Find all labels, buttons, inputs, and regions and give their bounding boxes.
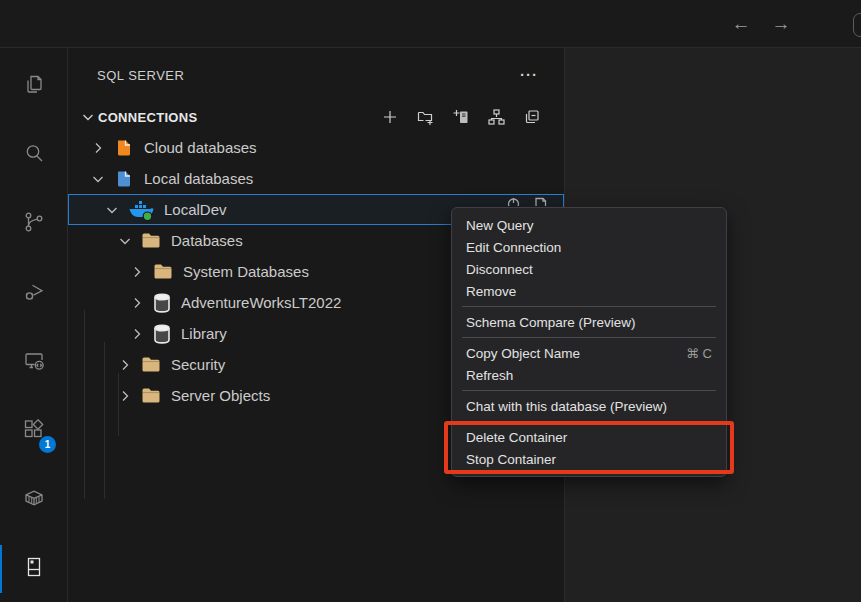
menu-item-delete-container[interactable]: Delete Container [452,426,726,448]
tree-item-label: Library [181,325,227,342]
collapse-all-icon[interactable] [524,109,540,125]
menu-item-label: Remove [466,284,516,299]
disconnect-action-icon [506,196,521,206]
connect-hierarchy-icon[interactable] [488,109,505,125]
menu-item-disconnect[interactable]: Disconnect [452,258,726,280]
menu-item-label: Copy Object Name [466,346,580,361]
running-status-dot [143,212,152,221]
tree-item-label: System Databases [183,263,309,280]
active-indicator [0,545,2,593]
search-icon [22,141,46,169]
chevron-down-icon[interactable] [80,109,96,125]
activity-explorer[interactable] [0,62,68,110]
tree-item-label: Cloud databases [144,139,257,156]
titlebar: ← → [0,0,861,48]
menu-group-schema: Schema Compare (Preview) [452,311,726,333]
sidebar-title-row: SQL SERVER ··· [68,62,564,88]
folder-icon [141,232,161,249]
activity-extensions[interactable]: 1 [0,407,68,455]
connection-group-blue-icon [114,169,134,189]
chevron-right-icon[interactable] [129,326,145,342]
docker-whale-icon [128,199,154,221]
menu-item-label: Delete Container [466,430,567,445]
chevron-right-icon[interactable] [90,140,106,156]
back-arrow-icon[interactable]: ← [731,13,751,35]
menu-item-shortcut: ⌘ C [686,346,712,361]
menu-item-edit-connection[interactable]: Edit Connection [452,236,726,258]
folder-icon [141,387,161,404]
connections-label: CONNECTIONS [98,110,382,125]
tree-item-label: Local databases [144,170,253,187]
menu-item-refresh[interactable]: Refresh [452,364,726,386]
menu-item-label: New Query [466,218,534,233]
chevron-right-icon[interactable] [117,388,133,404]
connection-group-orange-icon [114,138,134,158]
menu-separator [462,306,716,307]
folder-icon [153,263,173,280]
sidebar-title: SQL SERVER [97,68,184,83]
menu-group-container-actions: Delete Container Stop Container [452,426,726,470]
activity-source-control[interactable] [0,200,68,248]
tree-item-local-databases[interactable]: Local databases [68,163,564,194]
chevron-down-icon[interactable] [90,171,106,187]
activity-containers[interactable] [0,476,68,524]
menu-group-clipboard: Copy Object Name ⌘ C Refresh [452,342,726,386]
connections-section-header[interactable]: CONNECTIONS [68,104,564,130]
tree-item-label: Server Objects [171,387,270,404]
menu-item-label: Refresh [466,368,513,383]
menu-group-connection: New Query Edit Connection Disconnect Rem… [452,214,726,302]
activity-sql-server[interactable] [0,545,68,593]
menu-item-label: Stop Container [466,452,556,467]
activity-remote-explorer[interactable] [0,338,68,386]
tree-item-inline-actions[interactable] [506,196,548,206]
new-connection-group-icon[interactable] [417,109,434,125]
menu-group-chat: Chat with this database (Preview) [452,395,726,417]
menu-item-schema-compare[interactable]: Schema Compare (Preview) [452,311,726,333]
deploy-server-icon[interactable] [453,109,469,125]
files-icon [22,72,46,100]
more-actions-icon[interactable]: ··· [520,70,538,80]
tree-item-label: LocalDev [164,201,227,218]
menu-item-label: Chat with this database (Preview) [466,399,667,414]
menu-item-label: Edit Connection [466,240,561,255]
menu-item-label: Schema Compare (Preview) [466,315,636,330]
search-box-partial[interactable] [853,13,861,37]
app-window: ← → [0,0,861,602]
menu-separator [462,337,716,338]
container-icon [22,486,46,514]
chevron-down-icon[interactable] [104,202,120,218]
debug-icon [22,279,46,307]
chevron-right-icon[interactable] [129,295,145,311]
menu-item-label: Disconnect [466,262,533,277]
menu-separator [462,390,716,391]
menu-item-stop-container[interactable]: Stop Container [452,448,726,470]
tree-item-label: AdventureWorksLT2022 [181,294,341,311]
activity-bar: 1 [0,48,68,602]
menu-item-chat-database[interactable]: Chat with this database (Preview) [452,395,726,417]
tree-item-cloud-databases[interactable]: Cloud databases [68,132,564,163]
chevron-down-icon[interactable] [117,233,133,249]
remote-explorer-icon [22,348,46,376]
tree-item-label: Databases [171,232,243,249]
connections-toolbar [382,109,564,125]
sql-server-icon [22,555,46,583]
database-icon [153,324,171,344]
database-icon [153,293,171,313]
menu-separator [462,421,716,422]
menu-item-remove[interactable]: Remove [452,280,726,302]
tree-item-label: Security [171,356,225,373]
menu-item-copy-object-name[interactable]: Copy Object Name ⌘ C [452,342,726,364]
menu-item-new-query[interactable]: New Query [452,214,726,236]
chevron-right-icon[interactable] [129,264,145,280]
extensions-badge: 1 [39,436,56,453]
forward-arrow-icon[interactable]: → [771,13,791,35]
folder-icon [141,356,161,373]
add-connection-icon[interactable] [382,109,398,125]
new-query-action-icon [533,196,548,206]
activity-search[interactable] [0,131,68,179]
chevron-right-icon[interactable] [117,357,133,373]
source-control-icon [22,210,46,238]
activity-run-debug[interactable] [0,269,68,317]
context-menu: New Query Edit Connection Disconnect Rem… [451,207,727,477]
